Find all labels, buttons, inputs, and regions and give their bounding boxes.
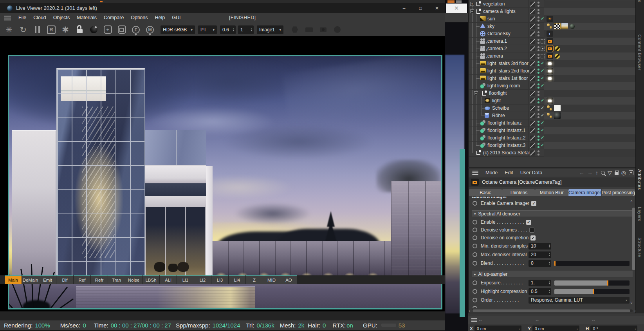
visibility-dots[interactable] [538,31,539,36]
kernel-select[interactable]: PT▾ [198,25,217,34]
pass-tab-li2[interactable]: Li2 [194,275,211,284]
enabled-check-icon[interactable]: ✓ [541,120,544,125]
exposure-stepper[interactable]: 1▴▾ [238,25,254,34]
enabled-check-icon[interactable]: ✓ [541,128,544,133]
gold-dots[interactable] [547,23,553,29]
settings-gear-icon[interactable]: ✱ [60,24,71,36]
gold-dots[interactable] [547,105,553,111]
editor-visibility-toggle[interactable] [530,106,535,111]
collapse-icon[interactable]: − [470,9,474,13]
pass-tab-lbsh[interactable]: LBSh [143,275,159,284]
expand-icon[interactable]: + [470,2,474,6]
object-row-sun[interactable]: sun✓☀ [469,15,636,23]
add-region-icon[interactable]: + [102,24,114,36]
new-panel-icon[interactable]: + [629,170,633,175]
pass-tab-tran[interactable]: Tran [108,275,125,284]
render-viewport[interactable] [0,36,445,311]
collapse-icon[interactable]: − [474,91,478,95]
editor-visibility-toggle[interactable] [530,91,535,96]
sky-thumb[interactable] [561,23,568,29]
maximize-button[interactable]: □ [412,3,429,13]
number-input[interactable]: 0▴▾ [529,260,551,267]
visibility-dots[interactable] [538,91,539,96]
object-name[interactable]: light [492,98,501,103]
object-row-vegetation[interactable]: +vegetation [469,0,636,8]
object-row-light-stairs-2nd-floor[interactable]: light stairs 2nd floor✓ [469,67,636,75]
glow-mat[interactable] [547,60,553,67]
object-row-light-living-room[interactable]: light living room✓ [469,82,636,90]
object-row-light-stairs-1st-floor[interactable]: light stairs 1st floor✓ [469,75,636,82]
am-menu-edit[interactable]: Edit [501,170,517,175]
visibility-dots[interactable] [538,98,539,103]
editor-visibility-toggle[interactable] [530,121,535,126]
object-row-r-hre[interactable]: Röhre✓ [469,112,636,119]
am-menu-user-data[interactable]: User Data [517,170,546,175]
editor-visibility-toggle[interactable] [530,46,535,51]
enabled-check-icon[interactable]: ✓ [541,68,544,73]
object-name[interactable]: camera.2 [487,46,507,51]
keyframe-dot-icon[interactable] [473,228,477,232]
object-row-floorlight-instanz-1[interactable]: floorlight Instanz.1✓ [469,127,636,134]
keyframe-dot-icon[interactable] [473,201,477,206]
sun-tag[interactable]: ☀ [547,16,553,22]
slider[interactable] [554,280,630,286]
object-name[interactable]: camera [487,53,503,59]
scroll-left-icon[interactable]: ‹ [469,309,470,313]
am-menu-mode[interactable]: Mode [482,170,501,175]
pass-tab-li4[interactable]: Li4 [229,275,245,284]
scroll-up-icon[interactable]: ˄ [630,199,633,203]
visibility-dots[interactable] [538,121,539,126]
dark-sphere[interactable] [569,23,575,29]
menu-options[interactable]: Options [127,13,151,23]
octane-render-icon[interactable]: ✳ [3,24,15,36]
number-input[interactable]: 1.▴▾ [529,280,551,286]
pass-tab-dif[interactable]: Dif [56,275,73,284]
object-row-camera-1[interactable]: camera.1 [469,38,636,45]
keyframe-dot-icon[interactable] [473,298,477,302]
cross-region-icon[interactable] [541,47,545,51]
vertical-scrollbar[interactable] [632,208,635,270]
object-row-camera-2[interactable]: camera.2 [469,45,636,52]
slider[interactable] [554,261,630,266]
editor-visibility-toggle[interactable] [530,24,535,29]
menu-compare[interactable]: Compare [100,13,127,23]
rendered-image[interactable] [9,56,441,308]
visibility-dots[interactable] [538,113,539,118]
pass-tab-li1[interactable]: Li1 [177,275,194,284]
editor-visibility-toggle[interactable] [530,150,535,156]
reset-icon[interactable]: R [45,24,57,36]
visibility-dots[interactable] [538,61,539,66]
visibility-dots[interactable] [538,106,539,111]
enabled-check-icon[interactable]: ✓ [541,16,544,21]
slider-handle[interactable] [554,261,556,266]
hamburger-menu-icon[interactable] [471,318,477,322]
editor-visibility-toggle[interactable] [530,54,535,59]
lock-icon[interactable] [615,172,619,175]
checkbox[interactable]: ✓ [526,220,531,225]
pass-tab-noise[interactable]: Noise [125,275,142,284]
visibility-dots[interactable] [538,150,539,156]
dropdown[interactable]: Response, Gamma, LUT▾ [529,297,630,304]
attr-tab-basic[interactable]: Basic [469,189,502,196]
attr-tab-thinlens[interactable]: Thinlens [502,189,535,196]
half-moon[interactable]: ◐ [547,31,553,37]
glow-mat[interactable] [547,75,553,81]
object-name[interactable]: floorlight [489,90,507,96]
checkbox[interactable] [529,228,534,233]
editor-visibility-toggle[interactable] [530,61,535,66]
object-row-floorlight-instanz[interactable]: floorlight Instanz✓ [469,119,636,127]
object-name[interactable]: floorlight Instanz.2 [487,135,525,141]
menu-gui[interactable]: GUI [168,13,184,23]
pass-tab-ali[interactable]: ALi [160,275,177,284]
group-spectral-ai-denoiser[interactable]: ▾Spectral AI denoiser [472,210,633,217]
parent-up-icon[interactable]: ↑ [595,170,598,175]
dashed-region-icon[interactable] [541,54,545,58]
restart-render-icon[interactable]: ↻ [17,24,29,36]
editor-visibility-toggle[interactable] [530,31,535,36]
prohibit[interactable] [554,45,561,52]
hamburger-menu-icon[interactable] [4,16,11,20]
pass-tab-demain[interactable]: DeMain [22,275,39,284]
enabled-check-icon[interactable]: ✓ [541,98,544,103]
editor-visibility-toggle[interactable] [530,9,535,14]
object-name[interactable]: camera.1 [487,38,507,44]
